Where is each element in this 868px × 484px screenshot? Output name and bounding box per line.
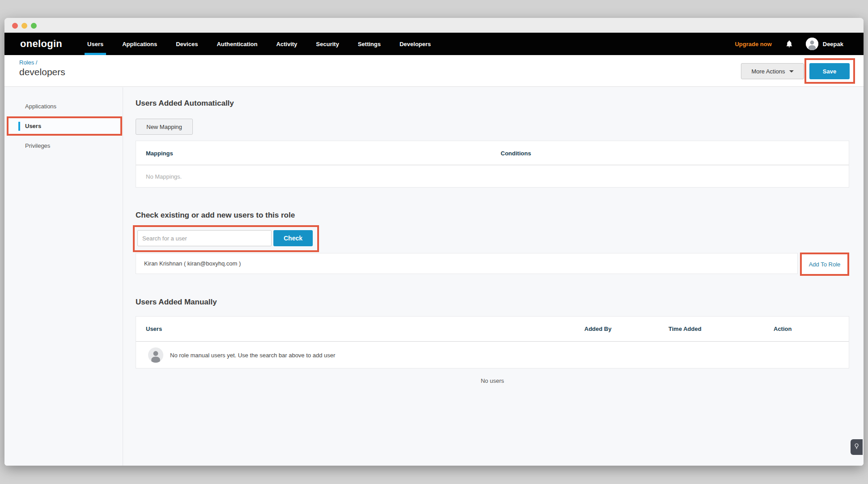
manual-users-empty-row: No role manual users yet. Use the search… [136,342,849,368]
nav-tab-settings[interactable]: Settings [355,33,383,55]
no-users-text: No users [136,377,849,384]
column-header-time-added: Time Added [668,326,702,332]
manual-users-table-header: Users Added By Time Added Action [136,317,849,342]
mappings-table-header: Mappings Conditions [136,141,849,165]
page-title: developers [19,67,65,77]
primary-nav: Users Applications Devices Authenticatio… [85,33,447,55]
more-actions-button[interactable]: More Actions [741,63,804,79]
window-titlebar [4,18,864,33]
user-result-text: Kiran Krishnan ( kiran@boxyhq.com ) [144,260,241,267]
add-to-role-link[interactable]: Add To Role [809,261,841,268]
lightbulb-widget-button[interactable] [851,439,863,455]
column-header-users: Users [146,326,162,332]
nav-tab-security[interactable]: Security [313,33,341,55]
user-result-row: Kiran Krishnan ( kiran@boxyhq.com ) [136,253,798,274]
mappings-empty-text: No Mappings. [146,173,182,180]
heading-users-added-automatically: Users Added Automatically [136,99,234,108]
column-header-action: Action [774,326,791,332]
annotation-box-add-to-role: Add To Role [800,253,849,276]
top-navbar: onelogin Users Applications Devices Auth… [4,33,864,55]
onelogin-logo[interactable]: onelogin [20,38,62,50]
sidebar-item-users[interactable]: Users [25,123,41,129]
column-header-added-by: Added By [584,326,612,332]
column-header-mappings: Mappings [146,150,173,157]
heading-users-added-manually: Users Added Manually [136,298,217,307]
sidebar-item-privileges[interactable]: Privileges [4,137,123,154]
notifications-bell-icon[interactable] [785,39,793,48]
sidebar-item-applications[interactable]: Applications [4,98,123,114]
column-header-conditions: Conditions [501,150,531,157]
nav-tab-applications[interactable]: Applications [119,33,160,55]
close-window-button[interactable] [12,23,18,29]
minimize-window-button[interactable] [21,23,27,29]
save-button[interactable]: Save [809,63,850,79]
mappings-table: Mappings Conditions No Mappings. [136,141,849,188]
more-actions-label: More Actions [751,68,785,75]
nav-tab-devices[interactable]: Devices [173,33,200,55]
caret-down-icon [789,70,794,73]
annotation-box-sidebar-users[interactable]: Users [7,116,122,136]
navbar-right-group: Upgrade now Deepak [735,33,843,55]
maximize-window-button[interactable] [31,23,37,29]
nav-tab-activity[interactable]: Activity [273,33,300,55]
new-mapping-button[interactable]: New Mapping [136,119,193,135]
check-button[interactable]: Check [273,230,313,246]
upgrade-now-link[interactable]: Upgrade now [735,41,771,47]
nav-tab-users[interactable]: Users [85,33,106,55]
content-area: Applications Users Privileges Users Adde… [4,87,864,466]
username-label[interactable]: Deepak [823,41,843,47]
heading-check-existing-users: Check existing or add new users to this … [136,211,295,220]
page-header: Roles / developers More Actions Save [4,55,864,87]
user-avatar-icon[interactable] [806,38,818,50]
lightbulb-icon [853,443,860,451]
breadcrumb-roles-link[interactable]: Roles / [19,59,37,66]
person-icon [148,347,163,363]
active-item-bar [18,122,20,131]
nav-tab-authentication[interactable]: Authentication [214,33,260,55]
role-sidebar: Applications Users Privileges [4,87,123,466]
search-user-input[interactable] [137,230,272,246]
app-window: onelogin Users Applications Devices Auth… [4,18,864,466]
manual-users-empty-text: No role manual users yet. Use the search… [170,352,335,359]
manual-users-table: Users Added By Time Added Action No role… [136,316,849,368]
nav-tab-developers[interactable]: Developers [397,33,434,55]
